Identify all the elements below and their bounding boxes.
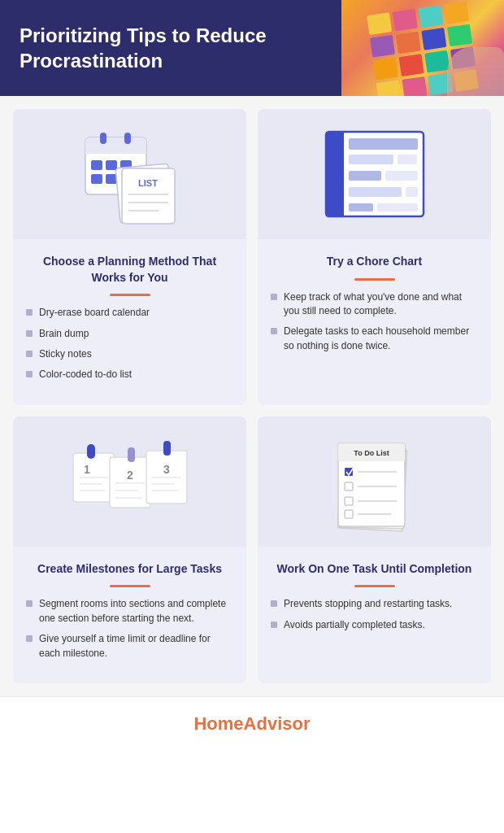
svg-rect-30: [87, 444, 95, 459]
hand-silhouette: [447, 47, 504, 96]
header: Prioritizing Tips to Reduce Procrastinat…: [0, 0, 504, 96]
card-one-task: To Do List Work: [258, 416, 491, 683]
bullet-item: Give yourself a time limit or deadline f…: [26, 632, 233, 661]
main-content: LIST Choose a Planning Method That Works…: [0, 96, 504, 696]
bullet-icon: [26, 309, 33, 316]
svg-rect-42: [163, 441, 171, 456]
card-chore-illustration: [258, 109, 491, 239]
sticky-note: [367, 12, 392, 35]
logo-part2: Advisor: [244, 713, 311, 734]
svg-rect-8: [91, 174, 102, 184]
svg-rect-11: [122, 168, 175, 224]
chore-bullets: Keep track of what you've done and what …: [271, 290, 478, 354]
bullet-icon: [271, 294, 277, 300]
divider: [354, 278, 395, 281]
card-milestones-illustration: 1 2 3: [13, 416, 246, 547]
header-image: [341, 0, 504, 96]
card-planning-content: Choose a Planning Method That Works for …: [13, 239, 246, 405]
bullet-icon: [26, 330, 33, 337]
svg-rect-4: [124, 133, 131, 144]
bullet-item: Dry-erase board calendar: [26, 306, 233, 320]
svg-rect-6: [106, 160, 117, 170]
card-chore-content: Try a Chore Chart Keep track of what you…: [258, 239, 491, 405]
bullet-item: Sticky notes: [26, 347, 233, 361]
svg-rect-25: [349, 187, 402, 197]
svg-rect-19: [337, 132, 344, 216]
sticky-note: [399, 54, 424, 76]
card-one-task-illustration: To Do List: [258, 416, 491, 547]
svg-rect-2: [85, 146, 146, 154]
bullet-item: Keep track of what you've done and what …: [271, 290, 478, 319]
card-chore-title: Try a Chore Chart: [271, 254, 478, 270]
divider: [354, 585, 395, 587]
svg-rect-3: [100, 133, 106, 144]
svg-rect-36: [128, 447, 135, 462]
planning-bullets: Dry-erase board calendar Brain dump Stic…: [26, 306, 233, 382]
sticky-note: [396, 32, 421, 55]
card-one-task-title: Work On One Task Until Completion: [271, 561, 478, 578]
bullet-item: Color-coded to-do list: [26, 368, 233, 382]
milestones-icon: 1 2 3: [69, 433, 191, 530]
todo-list-icon: To Do List: [322, 429, 428, 534]
bullet-icon: [271, 600, 277, 607]
milestones-bullets: Segment rooms into sections and complete…: [26, 597, 233, 661]
bullet-icon: [26, 600, 33, 607]
bullet-item: Brain dump: [26, 327, 233, 341]
page-title: Prioritizing Tips to Reduce Procrastinat…: [20, 23, 322, 73]
chore-chart-icon: [318, 125, 432, 223]
sticky-note: [370, 35, 395, 58]
svg-text:1: 1: [84, 463, 90, 476]
svg-rect-28: [377, 203, 418, 212]
sticky-note: [447, 24, 472, 47]
svg-rect-24: [385, 171, 418, 181]
bullet-icon: [271, 621, 277, 628]
svg-text:3: 3: [163, 463, 170, 476]
svg-text:LIST: LIST: [138, 178, 158, 188]
svg-rect-9: [106, 174, 117, 184]
card-planning-title: Choose a Planning Method That Works for …: [26, 254, 233, 286]
bullet-icon: [26, 351, 33, 357]
sticky-note: [424, 50, 450, 73]
sticky-note: [444, 2, 469, 24]
sticky-note: [393, 9, 418, 32]
sticky-note: [421, 28, 446, 50]
divider: [110, 294, 150, 296]
footer: HomeAdvisor: [0, 696, 504, 751]
card-milestones-title: Create Milestones for Large Tasks: [26, 561, 233, 578]
svg-text:2: 2: [127, 469, 133, 482]
svg-rect-27: [349, 203, 373, 212]
bullet-item: Segment rooms into sections and complete…: [26, 597, 233, 626]
sticky-note: [373, 58, 398, 81]
card-one-task-content: Work On One Task Until Completion Preven…: [258, 547, 491, 683]
sticky-note: [376, 80, 402, 96]
cards-grid: LIST Choose a Planning Method That Works…: [13, 109, 491, 683]
one-task-bullets: Prevents stopping and restarting tasks. …: [271, 597, 478, 632]
divider: [110, 585, 150, 587]
svg-rect-20: [349, 138, 418, 150]
svg-rect-22: [398, 155, 417, 164]
bullet-item: Delegate tasks to each household member …: [271, 325, 478, 353]
calendar-list-icon: LIST: [77, 121, 183, 227]
card-chore-chart: Try a Chore Chart Keep track of what you…: [258, 109, 491, 405]
header-text-area: Prioritizing Tips to Reduce Procrastinat…: [0, 0, 341, 96]
card-milestones: 1 2 3: [13, 416, 246, 683]
sticky-note: [402, 76, 427, 96]
card-planning-method: LIST Choose a Planning Method That Works…: [13, 109, 246, 405]
bullet-icon: [271, 328, 277, 334]
svg-text:To Do List: To Do List: [354, 449, 389, 457]
svg-rect-5: [91, 160, 102, 170]
card-planning-illustration: LIST: [13, 109, 246, 239]
brand-logo: HomeAdvisor: [16, 713, 488, 735]
bullet-icon: [26, 635, 33, 642]
bullet-item: Prevents stopping and restarting tasks.: [271, 597, 478, 611]
bullet-icon: [26, 371, 33, 377]
logo-part1: Home: [193, 713, 243, 734]
sticky-note: [418, 5, 443, 28]
svg-rect-21: [349, 155, 393, 164]
svg-rect-23: [349, 171, 381, 181]
bullet-item: Avoids partially completed tasks.: [271, 618, 478, 632]
card-milestones-content: Create Milestones for Large Tasks Segmen…: [13, 547, 246, 683]
svg-rect-26: [406, 187, 418, 197]
